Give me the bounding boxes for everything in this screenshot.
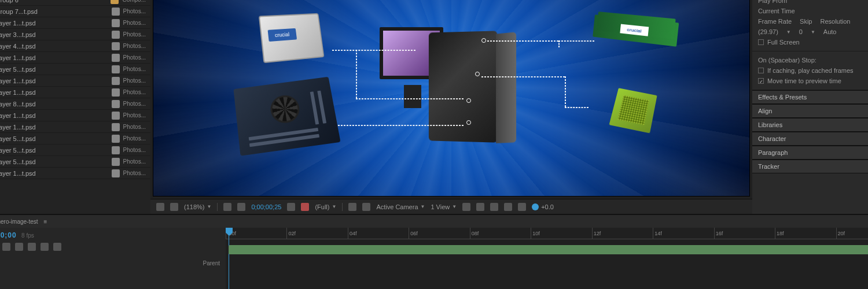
layer-type-icon (112, 169, 120, 177)
zoom-level[interactable]: (118%)▼ (184, 203, 211, 210)
ruler-tick: 18f (775, 228, 836, 239)
layer-type-label: Photos... (123, 112, 146, 118)
layer-type-label: Photos... (123, 101, 146, 107)
cpu-chip-graphic (609, 88, 657, 133)
playhead[interactable] (229, 228, 229, 289)
timeline-controls (0, 243, 220, 251)
panel-header[interactable]: Character (752, 132, 868, 146)
layer-name: Layer 1...t.psd (0, 112, 108, 119)
current-time-display[interactable]: 0;00;00;00 (0, 231, 17, 239)
layer-row[interactable]: Layer 1...t.psd Photos... (0, 52, 150, 64)
layer-name: Layer 1...t.psd (0, 124, 108, 131)
app-root: Group 3 Compo... Group 4 Compo... Group … (0, 0, 868, 289)
panel-header[interactable]: Tracker (752, 160, 868, 173)
layer-row[interactable]: Layer 5...t.psd Photos... (0, 144, 150, 156)
ruler-tick: 04f (348, 228, 409, 239)
full-screen-checkbox[interactable]: Full Screen (758, 37, 868, 47)
timeline-icon[interactable] (504, 203, 512, 211)
layer-row[interactable]: Layer 1...t.psd Photos... (0, 87, 150, 98)
connector-line (565, 107, 589, 108)
layer-type-icon (112, 123, 120, 131)
connector-line (558, 40, 594, 42)
layer-name: Layer 1...t.psd (0, 77, 108, 84)
layer-type-label: Photos... (123, 54, 146, 61)
transparency-grid-icon[interactable] (348, 203, 356, 211)
layer-row[interactable]: Layer 1...t.psd Photos... (0, 17, 150, 29)
panel-header[interactable]: Effects & Presets (752, 90, 868, 104)
layer-name: Layer 1...t.psd (0, 170, 108, 177)
cache-checkbox[interactable]: If caching, play cached frames (758, 65, 868, 76)
layer-row[interactable]: Layer 8...t.psd Photos... (0, 98, 150, 110)
layer-type-icon (112, 88, 120, 97)
layer-row[interactable]: Layer 5...t.psd Photos... (0, 64, 150, 75)
flowchart-icon[interactable] (518, 203, 526, 211)
layer-row[interactable]: Group 7...t.psd Photos... (0, 6, 150, 17)
exposure-control[interactable]: +0.0 (532, 203, 554, 210)
mask-icon[interactable] (362, 203, 370, 211)
timeline-ruler-area[interactable]: :00f02f04f06f08f10f12f14f16f18f20f (226, 228, 868, 289)
time-ruler[interactable]: :00f02f04f06f08f10f12f14f16f18f20f (226, 228, 868, 239)
layer-row[interactable]: Layer 4...t.psd Photos... (0, 40, 150, 52)
resolution-icon[interactable] (223, 203, 231, 211)
views-dropdown[interactable]: 1 View▼ (431, 203, 457, 210)
panel-header[interactable]: Libraries (752, 118, 868, 132)
panel-header[interactable]: Paragraph (752, 146, 868, 160)
timeline-tab[interactable]: cdn-hero-image-test (0, 218, 38, 225)
layer-type-icon (112, 135, 120, 143)
layer-row[interactable]: Layer 1...t.psd Photos... (0, 75, 150, 87)
layer-row[interactable]: Layer 5...t.psd Photos... (0, 133, 150, 144)
ruler-tick: 02f (286, 228, 347, 239)
snapshot-icon[interactable] (287, 203, 295, 211)
ruler-tick: 20f (836, 228, 868, 239)
layer-row[interactable]: Layer 1...t.psd Photos... (0, 168, 150, 179)
timeline-panel: ● cdn-hero-image-test ≡ 0;00;00;00 8 fps (0, 214, 868, 289)
layer-type-icon (112, 42, 120, 50)
spacebar-label: On (Spacebar) Stop: (758, 55, 868, 65)
project-panel[interactable]: Group 3 Compo... Group 4 Compo... Group … (0, 0, 150, 214)
view-layout-icon[interactable] (462, 203, 470, 211)
layer-row[interactable]: Layer 3...t.psd Photos... (0, 29, 150, 40)
layer-name: Layer 5...t.psd (0, 135, 108, 142)
layer-type-icon (112, 112, 120, 120)
layer-row[interactable]: Layer 5...t.psd Photos... (0, 156, 150, 168)
frame-rate-row: Frame RateSkipResolution (758, 16, 868, 27)
layer-row[interactable]: Layer 1...t.psd Photos... (0, 121, 150, 133)
preview-canvas[interactable]: crucial crucial (153, 0, 750, 197)
ruler-tick: 14f (653, 228, 713, 239)
move-time-checkbox[interactable]: Move time to preview time (758, 76, 868, 86)
panel-header[interactable]: Align (752, 104, 868, 118)
monitor-icon[interactable] (156, 203, 164, 211)
layer-header-row: Parent (0, 259, 220, 267)
layer-type-label: Compo... (122, 0, 146, 3)
connector-line (481, 76, 565, 77)
layer-row[interactable]: Group 6 Compo... (0, 0, 150, 6)
camera-dropdown[interactable]: Active Camera▼ (376, 203, 425, 210)
right-panels: Range Work Area Extended By Current Play… (752, 0, 868, 214)
work-area-bar[interactable] (229, 245, 868, 254)
frame-rate-values[interactable]: (29.97)▼ 0▼ Auto (758, 27, 868, 37)
pixel-aspect-icon[interactable] (476, 203, 484, 211)
timeline-body: 0;00;00;00 8 fps Parent (0, 228, 868, 289)
layer-type-label: Photos... (123, 89, 146, 95)
frame-blend-icon[interactable] (28, 243, 36, 251)
ruler-tick: 10f (531, 228, 591, 239)
monitor-stand-graphic (404, 85, 421, 108)
fast-preview-icon[interactable] (490, 203, 498, 211)
motion-blur-icon[interactable] (41, 243, 49, 251)
channel-icon[interactable] (301, 203, 309, 211)
layer-type-label: Photos... (123, 77, 146, 84)
roi-icon[interactable] (237, 203, 245, 211)
grid-icon[interactable] (170, 203, 178, 211)
shy-icon[interactable] (15, 243, 23, 251)
graph-editor-icon[interactable] (53, 243, 61, 251)
timecode-display[interactable]: 0;00;00;25 (251, 203, 281, 210)
layer-row[interactable]: Layer 1...t.psd Photos... (0, 110, 150, 121)
layer-type-label: Photos... (123, 158, 146, 165)
draft-3d-icon[interactable] (2, 243, 10, 251)
quality-dropdown[interactable]: (Full)▼ (315, 203, 336, 210)
connector-line (356, 50, 357, 98)
layer-type-label: Photos... (123, 66, 146, 72)
current-time-dropdown[interactable]: Current Time (758, 6, 868, 16)
connector-node (481, 38, 486, 43)
ruler-tick: 06f (409, 228, 469, 239)
